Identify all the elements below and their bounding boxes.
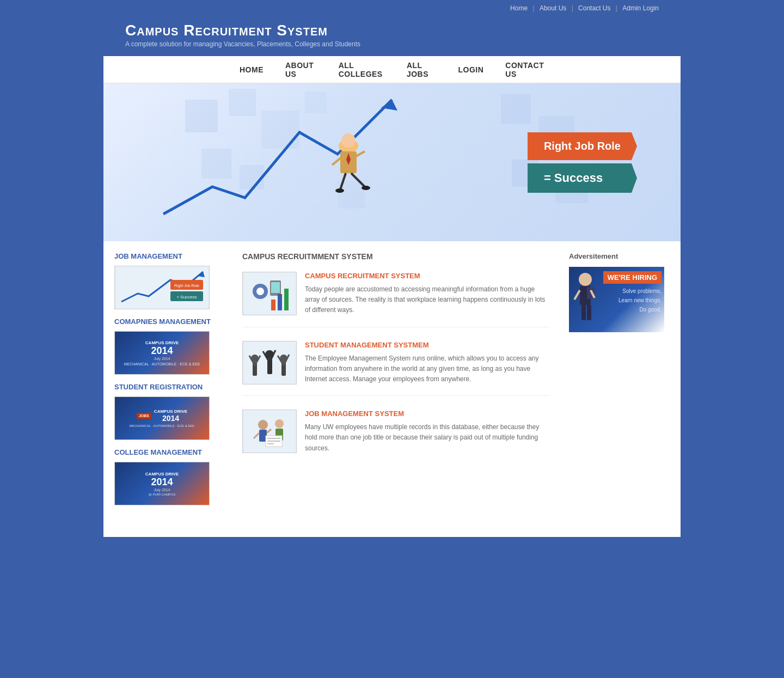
- svg-point-17: [362, 186, 370, 190]
- svg-point-60: [579, 273, 592, 286]
- svg-rect-66: [587, 305, 591, 320]
- content-card-campus-text: CAMPUS RECRUITMENT SYSTEM Today people a…: [305, 272, 550, 316]
- sidebar-companies-title: COMAPNIES MANAGEMENT: [114, 317, 223, 326]
- right-sidebar-title: Adversitement: [569, 252, 670, 260]
- top-about-link[interactable]: About Us: [540, 4, 566, 12]
- svg-rect-5: [501, 94, 531, 124]
- nav-login[interactable]: LOGIN: [448, 56, 495, 83]
- content-card-job: JOB MANAGEMENT SYSTEM Many UW employees …: [242, 410, 550, 465]
- sidebar-job-management-img: Right Job Role = Success: [114, 266, 210, 309]
- svg-rect-32: [278, 294, 282, 310]
- svg-rect-31: [271, 300, 275, 310]
- right-sidebar: Adversitement WE'RE HIRING Solve problem…: [569, 252, 670, 510]
- svg-point-30: [256, 288, 264, 295]
- ad-subtext: Solve problems, Learn new things, Do goo…: [603, 286, 661, 314]
- main-nav: HOME ABOUT US ALL COLLEGES ALL JOBS LOGI…: [103, 56, 681, 83]
- content-card-campus-desc: Today people are accustomed to accessing…: [305, 284, 550, 316]
- content-card-job-text: JOB MANAGEMENT SYSTEM Many UW employees …: [305, 410, 550, 454]
- svg-rect-35: [271, 282, 280, 293]
- svg-point-54: [275, 419, 284, 428]
- advertisement-box: WE'RE HIRING Solve problems, Learn new t…: [569, 267, 664, 332]
- nav-colleges[interactable]: ALL COLLEGES: [328, 56, 396, 83]
- top-bar: Home | About Us | Contact Us | Admin Log…: [0, 0, 784, 16]
- content-card-job-title: JOB MANAGEMENT SYSTEM: [305, 410, 550, 418]
- svg-point-18: [341, 133, 356, 148]
- svg-point-50: [258, 420, 268, 430]
- sidebar-college-title: COLLEGE MANAGEMENT: [114, 448, 223, 456]
- content-area: JOB MANAGEMENT Right Job Role = Success …: [103, 241, 681, 521]
- svg-point-16: [335, 188, 344, 193]
- nav-jobs[interactable]: ALL JOBS: [396, 56, 448, 83]
- content-card-job-desc: Many UW employees have multiple records …: [305, 422, 550, 454]
- content-card-student-desc: The Employee Management System runs onli…: [305, 353, 550, 385]
- hero-banner: Right Job Role = Success: [103, 83, 681, 241]
- content-card-student-text: STUDENT MANAGEMENT SYSTMEM The Employee …: [305, 341, 550, 385]
- content-card-job-img: [242, 410, 297, 453]
- hero-job-role-boxes: Right Job Role = Success: [528, 132, 637, 193]
- svg-line-15: [351, 173, 365, 187]
- sidebar-job-management-title: JOB MANAGEMENT: [114, 252, 223, 260]
- hero-chart-svg: [147, 89, 446, 236]
- content-card-campus-img: [242, 272, 297, 315]
- svg-text:= Success: = Success: [176, 295, 197, 300]
- site-subtitle: A complete solution for managing Vacanci…: [125, 40, 659, 48]
- center-content: CAMPUS RECRUITMMENT SYSTEM: [234, 252, 558, 510]
- svg-rect-33: [284, 289, 289, 310]
- center-section-title: CAMPUS RECRUITMMENT SYSTEM: [242, 252, 550, 261]
- svg-rect-65: [581, 305, 586, 320]
- content-card-campus-title: CAMPUS RECRUITMENT SYSTEM: [305, 272, 550, 280]
- top-contact-link[interactable]: Contact Us: [578, 4, 610, 12]
- site-header: Campus Recruitment System A complete sol…: [0, 16, 784, 56]
- ad-hiring-text: WE'RE HIRING: [603, 271, 661, 284]
- hero-box-right-job-role: Right Job Role: [528, 132, 637, 160]
- hero-content: Right Job Role = Success: [103, 83, 681, 241]
- left-sidebar: JOB MANAGEMENT Right Job Role = Success …: [114, 252, 223, 510]
- main-container: HOME ABOUT US ALL COLLEGES ALL JOBS LOGI…: [103, 56, 681, 537]
- site-title: Campus Recruitment System: [125, 22, 659, 39]
- content-card-student-title: STUDENT MANAGEMENT SYSTMEM: [305, 341, 550, 349]
- svg-line-63: [574, 290, 580, 300]
- hero-box-success: = Success: [528, 163, 637, 193]
- top-admin-link[interactable]: Admin Login: [622, 4, 659, 12]
- svg-text:Right Job Role: Right Job Role: [174, 284, 199, 288]
- nav-contact[interactable]: CONTACT US: [494, 56, 555, 83]
- content-card-campus-recruitment: CAMPUS RECRUITMENT SYSTEM Today people a…: [242, 272, 550, 327]
- nav-about[interactable]: ABOUT US: [274, 56, 328, 83]
- sidebar-college-img: CAMPUS DRIVE 2014 July 2014 @ PURI CAMPU…: [114, 462, 210, 505]
- sidebar-companies-img: CAMPUS DRIVE 2014 July 2014 MECHANICAL ·…: [114, 331, 210, 375]
- sidebar-student-img: JOBS CAMPUS DRIVE 2014 MECHANICAL · AUTO…: [114, 396, 210, 440]
- top-home-link[interactable]: Home: [510, 4, 528, 12]
- nav-home[interactable]: HOME: [229, 56, 274, 83]
- sidebar-student-title: STUDENT REGISTRATION: [114, 383, 223, 391]
- svg-line-14: [340, 173, 346, 190]
- content-card-student-img: [242, 341, 297, 384]
- content-card-student: STUDENT MANAGEMENT SYSTMEM The Employee …: [242, 341, 550, 396]
